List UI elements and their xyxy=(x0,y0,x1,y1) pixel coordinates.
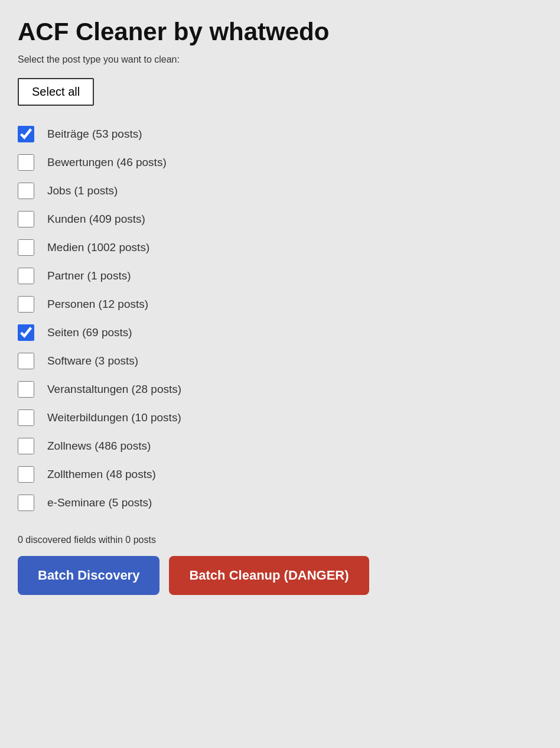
checkbox-e-seminare[interactable] xyxy=(18,495,34,511)
post-type-list: Beiträge (53 posts)Bewertungen (46 posts… xyxy=(18,120,542,517)
list-item: Zollthemen (48 posts) xyxy=(18,460,542,489)
checkbox-kunden[interactable] xyxy=(18,211,34,227)
list-item: Beiträge (53 posts) xyxy=(18,120,542,148)
checkbox-partner[interactable] xyxy=(18,268,34,284)
checkbox-weiterbildungen[interactable] xyxy=(18,409,34,426)
checkbox-personen[interactable] xyxy=(18,296,34,313)
checkbox-label-software[interactable]: Software (3 posts) xyxy=(47,355,138,368)
batch-cleanup-button[interactable]: Batch Cleanup (DANGER) xyxy=(169,556,369,595)
checkbox-label-e-seminare[interactable]: e-Seminare (5 posts) xyxy=(47,496,152,509)
checkbox-label-beitrage[interactable]: Beiträge (53 posts) xyxy=(47,128,142,141)
list-item: Medien (1002 posts) xyxy=(18,233,542,262)
discovery-summary: 0 discovered fields within 0 posts xyxy=(18,535,542,545)
select-all-button[interactable]: Select all xyxy=(18,78,94,106)
checkbox-label-kunden[interactable]: Kunden (409 posts) xyxy=(47,213,145,226)
list-item: Software (3 posts) xyxy=(18,347,542,375)
checkbox-jobs[interactable] xyxy=(18,183,34,199)
checkbox-zollthemen[interactable] xyxy=(18,466,34,483)
list-item: Partner (1 posts) xyxy=(18,262,542,290)
list-item: Zollnews (486 posts) xyxy=(18,432,542,460)
checkbox-label-zollthemen[interactable]: Zollthemen (48 posts) xyxy=(47,468,156,481)
checkbox-label-bewertungen[interactable]: Bewertungen (46 posts) xyxy=(47,156,167,169)
batch-discovery-button[interactable]: Batch Discovery xyxy=(18,556,159,595)
list-item: Personen (12 posts) xyxy=(18,290,542,318)
list-item: Bewertungen (46 posts) xyxy=(18,148,542,177)
checkbox-label-weiterbildungen[interactable]: Weiterbildungen (10 posts) xyxy=(47,411,181,424)
action-buttons: Batch Discovery Batch Cleanup (DANGER) xyxy=(18,556,542,595)
page-title: ACF Cleaner by whatwedo xyxy=(18,18,542,46)
checkbox-label-medien[interactable]: Medien (1002 posts) xyxy=(47,241,149,254)
checkbox-beitrage[interactable] xyxy=(18,126,34,142)
list-item: Jobs (1 posts) xyxy=(18,177,542,205)
checkbox-zollnews[interactable] xyxy=(18,438,34,454)
checkbox-label-zollnews[interactable]: Zollnews (486 posts) xyxy=(47,440,151,453)
checkbox-label-seiten[interactable]: Seiten (69 posts) xyxy=(47,326,132,339)
checkbox-veranstaltungen[interactable] xyxy=(18,381,34,398)
list-item: e-Seminare (5 posts) xyxy=(18,489,542,517)
checkbox-bewertungen[interactable] xyxy=(18,154,34,171)
checkbox-medien[interactable] xyxy=(18,239,34,256)
list-item: Veranstaltungen (28 posts) xyxy=(18,375,542,404)
list-item: Kunden (409 posts) xyxy=(18,205,542,233)
list-item: Weiterbildungen (10 posts) xyxy=(18,404,542,432)
checkbox-software[interactable] xyxy=(18,353,34,369)
checkbox-seiten[interactable] xyxy=(18,324,34,341)
checkbox-label-jobs[interactable]: Jobs (1 posts) xyxy=(47,184,118,197)
checkbox-label-partner[interactable]: Partner (1 posts) xyxy=(47,269,131,282)
checkbox-label-veranstaltungen[interactable]: Veranstaltungen (28 posts) xyxy=(47,383,181,396)
list-item: Seiten (69 posts) xyxy=(18,318,542,347)
subtitle: Select the post type you want to clean: xyxy=(18,54,542,65)
checkbox-label-personen[interactable]: Personen (12 posts) xyxy=(47,298,148,311)
